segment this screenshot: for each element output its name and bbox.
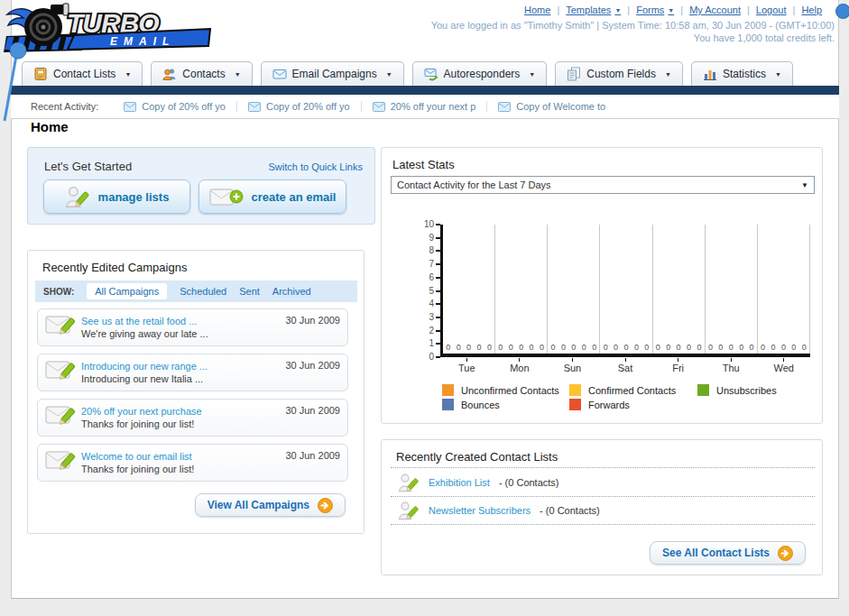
contact-list-link[interactable]: Exhibition List	[429, 477, 490, 488]
y-axis-tick-label: 7	[429, 260, 440, 269]
recent-activity-item[interactable]: Copy of 20% off yo	[113, 101, 237, 112]
chart-value-label: 0	[761, 344, 765, 352]
recent-activity-item-label: Copy of 20% off yo	[266, 101, 350, 112]
chart-value-label: 0	[466, 344, 471, 352]
view-all-campaigns-button[interactable]: View All Campaigns	[195, 493, 346, 517]
recently-created-contact-lists-panel: Recently Created Contact Lists Exhibitio…	[381, 439, 823, 575]
chart-value-label: 0	[519, 344, 523, 352]
envelope-pencil-icon	[45, 358, 81, 387]
y-tick-value: 8	[429, 246, 434, 255]
x-axis-cell: Sat	[599, 358, 652, 373]
chevron-down-icon: ▼	[529, 71, 535, 78]
campaign-title-link[interactable]: 20% off your next purchase	[81, 405, 285, 418]
x-tick-mark	[466, 358, 467, 362]
y-tick-mark	[436, 224, 440, 225]
x-tick-mark	[678, 358, 678, 362]
envelope-pencil-icon	[45, 313, 81, 342]
contact-lists-heading: Recently Created Contact Lists	[396, 450, 558, 464]
switch-to-quick-links[interactable]: Switch to Quick Links	[268, 161, 363, 172]
header-link-forms[interactable]: Forms▼	[636, 5, 674, 15]
campaign-text: Introducing our new range ... Introducin…	[81, 360, 285, 385]
chart-value-label: 0	[487, 344, 492, 352]
y-tick-value: 1	[429, 339, 434, 348]
help-bubble-icon[interactable]	[835, 4, 849, 19]
filter-all-campaigns[interactable]: All Campaigns	[87, 283, 167, 299]
envelope-icon	[248, 102, 261, 112]
recent-activity-item[interactable]: Copy of Welcome to	[487, 101, 616, 112]
header-link-my-account[interactable]: My Account	[689, 5, 741, 15]
campaign-row[interactable]: 20% off your next purchase Thanks for jo…	[37, 399, 348, 437]
y-tick-mark	[436, 277, 440, 279]
campaign-date: 30 Jun 2009	[285, 450, 340, 461]
contact-list-item[interactable]: Newsletter Subscribers - (0 Contacts)	[391, 496, 815, 525]
filter-scheduled[interactable]: Scheduled	[180, 286, 226, 297]
header-link-logout[interactable]: Logout	[756, 5, 787, 15]
campaign-title-link[interactable]: Introducing our new range ...	[81, 360, 285, 372]
y-tick-value: 3	[429, 313, 434, 322]
main-nav: Contact Lists▼ Contacts▼ Email Campaigns…	[22, 61, 793, 86]
chart-value-label: 0	[687, 344, 691, 352]
chart-value-label: 0	[614, 344, 618, 352]
chart-value-label: 0	[623, 344, 628, 352]
tab-email-campaigns[interactable]: Email Campaigns▼	[261, 61, 404, 86]
logo-brand-bottom: EMAIL	[110, 35, 175, 48]
header-link-home[interactable]: Home	[524, 5, 550, 15]
envelope-pencil-icon	[45, 448, 81, 477]
show-label: SHOW:	[43, 287, 74, 297]
chevron-down-icon: ▼	[801, 181, 808, 189]
header-link-templates[interactable]: Templates▼	[566, 5, 621, 15]
campaign-row[interactable]: Welcome to our email list Thanks for joi…	[37, 444, 348, 482]
chart-value-label: 0	[571, 344, 576, 352]
y-tick-value: 2	[429, 326, 434, 336]
stats-period-value: Contact Activity for the Last 7 Days	[397, 179, 551, 190]
contact-list-item[interactable]: Exhibition List - (0 Contacts)	[391, 467, 815, 496]
chart-value-label: 0	[677, 344, 681, 352]
campaign-subtitle: Thanks for joining our list!	[81, 418, 285, 430]
balloon-pin-icon	[0, 40, 36, 123]
header-link-forms-wrap: Forms▼	[636, 5, 689, 15]
create-an-email-button[interactable]: create an email	[198, 179, 346, 214]
tab-statistics[interactable]: Statistics▼	[691, 61, 793, 86]
filter-archived[interactable]: Archived	[272, 286, 311, 297]
chart-value-label: 0	[457, 344, 461, 352]
x-axis-cell: Mon	[494, 358, 547, 373]
person-pencil-icon	[65, 184, 90, 209]
chevron-down-icon: ▼	[386, 71, 392, 78]
y-tick-mark	[436, 290, 440, 292]
x-tick-mark	[625, 358, 626, 362]
contact-list-link[interactable]: Newsletter Subscribers	[429, 505, 531, 516]
chart-plot: 00000000000000000000000000000000000	[440, 225, 810, 357]
campaign-row[interactable]: See us at the retail food ... We're givi…	[37, 308, 348, 346]
legend-label: Bounces	[461, 400, 500, 410]
chart-day-group: 00000	[706, 225, 758, 354]
legend-label: Unsubscribes	[716, 385, 777, 396]
campaign-row[interactable]: Introducing our new range ... Introducin…	[37, 354, 348, 391]
people-icon	[162, 67, 177, 81]
tab-custom-fields[interactable]: Custom Fields▼	[555, 61, 683, 86]
y-axis-tick-label: 2	[429, 326, 440, 336]
chart-value-label: 0	[530, 344, 534, 352]
see-all-contact-lists-label: See All Contact Lists	[662, 547, 770, 559]
header-link-help[interactable]: Help	[801, 5, 822, 15]
campaign-title-link[interactable]: Welcome to our email list	[81, 450, 285, 463]
y-axis-tick-label: 6	[429, 273, 440, 282]
x-axis-label: Wed	[757, 363, 810, 373]
tab-contacts[interactable]: Contacts▼	[151, 61, 252, 86]
recent-activity-item[interactable]: 20% off your next p	[362, 101, 488, 112]
x-tick-mark	[783, 358, 784, 362]
campaign-date: 30 Jun 2009	[285, 315, 340, 326]
manage-lists-button[interactable]: manage lists	[43, 179, 190, 214]
tab-label: Email Campaigns	[292, 68, 377, 80]
tab-autoresponders[interactable]: Autoresponders▼	[412, 61, 548, 86]
pin-decoration	[0, 40, 36, 126]
campaign-title-link[interactable]: See us at the retail food ...	[81, 315, 285, 327]
x-axis-label: Sun	[546, 363, 599, 373]
filter-sent[interactable]: Sent	[239, 286, 260, 297]
see-all-contact-lists-button[interactable]: See All Contact Lists	[650, 541, 806, 565]
y-axis-tick-label: 10	[424, 220, 440, 229]
stats-period-select[interactable]: Contact Activity for the Last 7 Days ▼	[391, 176, 815, 194]
chevron-down-icon: ▼	[125, 71, 131, 78]
contact-list-meta: - (0 Contacts)	[540, 505, 600, 516]
recent-activity-item[interactable]: Copy of 20% off yo	[237, 101, 362, 112]
tab-contact-lists[interactable]: Contact Lists▼	[22, 61, 143, 86]
